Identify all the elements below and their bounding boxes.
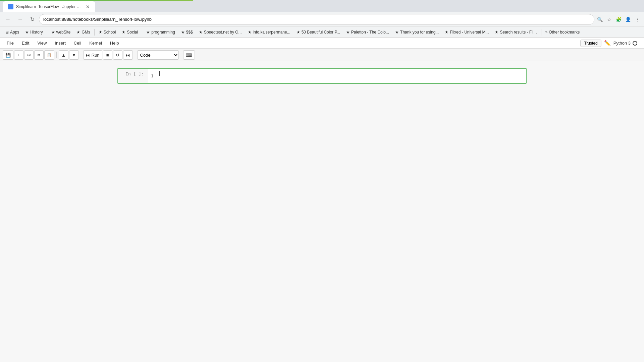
notebook-area: File Edit View Insert Cell Kernel Help T… — [0, 38, 644, 362]
bookmark-apps-label: Apps — [10, 30, 19, 35]
bookmark-kaiser-label: info.kaiserpermane... — [253, 30, 290, 35]
paste-cell-button[interactable]: 📋 — [44, 50, 54, 60]
url-input[interactable] — [43, 17, 590, 22]
nav-right-icons: 🔍 ☆ 🧩 👤 ⋮ — [596, 15, 641, 23]
search-icon[interactable]: 🔍 — [596, 15, 604, 23]
separator-3 — [142, 29, 142, 36]
add-cell-button[interactable]: + — [14, 50, 23, 60]
restart-run-all-button[interactable]: ⏭ — [123, 50, 133, 60]
plus-icon: + — [17, 53, 20, 58]
interrupt-button[interactable]: ■ — [103, 50, 112, 60]
bookmark-other-label: Other bookmarks — [549, 30, 580, 35]
toolbar-separator-3 — [135, 52, 135, 58]
apps-icon: ⊞ — [5, 30, 9, 35]
code-cell-1[interactable]: In [ ]: 1 — [117, 68, 527, 84]
up-arrow-icon: ▲ — [61, 53, 66, 58]
bookmark-history-label: History — [30, 30, 43, 35]
address-bar[interactable] — [39, 14, 594, 25]
jupyter-toolbar: 💾 + ✂ ⧉ 📋 ▲ ▼ ⏭ Run — [0, 49, 644, 61]
bookmark-search-results[interactable]: ★ Search results - Fli... — [492, 29, 539, 35]
run-label: Run — [92, 53, 100, 58]
move-up-button[interactable]: ▲ — [59, 50, 68, 60]
menu-cell[interactable]: Cell — [70, 39, 85, 48]
forward-button[interactable]: → — [15, 14, 25, 25]
bookmark-social[interactable]: ★ Social — [119, 29, 141, 35]
bookmark-kaiser[interactable]: ★ info.kaiserpermane... — [245, 29, 293, 35]
bookmark-programming-label: programming — [151, 30, 175, 35]
menu-kernel[interactable]: Kernel — [85, 39, 106, 48]
cell-type-select[interactable]: Code Markdown Raw NBConvert — [137, 50, 179, 60]
menu-insert[interactable]: Insert — [51, 39, 70, 48]
keyboard-icon: ⌨ — [186, 53, 192, 58]
kernel-indicator: Python 3 — [613, 41, 637, 46]
bookmark-speedtest[interactable]: ★ Speedtest.net by O... — [196, 29, 245, 35]
kernel-label: Python 3 — [613, 41, 631, 46]
bookmark-school-label: School — [104, 30, 116, 35]
back-button[interactable]: ← — [3, 14, 13, 25]
bookmark-website[interactable]: ★ webSite — [49, 29, 73, 35]
bookmark-color[interactable]: ★ 50 Beautiful Color P... — [294, 29, 343, 35]
separator-1 — [47, 29, 47, 36]
keyboard-shortcuts-button[interactable]: ⌨ — [183, 50, 195, 60]
bookmark-apps[interactable]: ⊞ Apps — [3, 29, 22, 35]
run-cell-button[interactable]: ⏭ Run — [83, 50, 102, 60]
menu-view[interactable]: View — [33, 39, 51, 48]
kaiser-icon: ★ — [248, 30, 252, 35]
bookmark-thankyou[interactable]: ★ Thank you for using... — [392, 29, 441, 35]
tab-bar: Simplilearn_TensorFlow - Jupyter Noteboo… — [0, 0, 644, 12]
skip-forward-icon: ⏭ — [86, 53, 90, 58]
profile-icon[interactable]: 👤 — [624, 15, 632, 23]
stop-icon: ■ — [106, 53, 109, 58]
cut-cell-button[interactable]: ✂ — [24, 50, 34, 60]
extensions-icon[interactable]: 🧩 — [614, 15, 623, 23]
money-icon: ★ — [181, 30, 185, 35]
bookmark-star-icon[interactable]: ☆ — [605, 15, 613, 23]
bookmarks-bar: ⊞ Apps ★ History ★ webSite ★ GMs ★ Schoo… — [0, 27, 644, 38]
cell-input-area[interactable]: In [ ]: 1 — [117, 68, 527, 84]
pencil-icon[interactable]: ✏️ — [604, 40, 611, 46]
school-icon: ★ — [99, 30, 102, 35]
paletton-icon: ★ — [346, 30, 350, 35]
programming-icon: ★ — [146, 30, 150, 35]
menu-file[interactable]: File — [3, 39, 18, 48]
bookmark-gms[interactable]: ★ GMs — [74, 29, 93, 35]
down-arrow-icon: ▼ — [72, 53, 76, 58]
restart-run-icon: ⏭ — [126, 53, 130, 58]
bookmark-flixed-label: Flixed - Universal M... — [450, 30, 489, 35]
gms-icon: ★ — [76, 30, 80, 35]
color-icon: ★ — [297, 30, 300, 35]
bookmark-social-label: Social — [127, 30, 138, 35]
kernel-circle-icon — [633, 41, 637, 46]
refresh-button[interactable]: ↻ — [27, 14, 38, 25]
toolbar-separator-4 — [181, 52, 181, 58]
bookmark-color-label: 50 Beautiful Color P... — [302, 30, 340, 35]
menu-help[interactable]: Help — [106, 39, 123, 48]
tab-close-btn[interactable]: ✕ — [86, 4, 90, 9]
speedtest-icon: ★ — [199, 30, 203, 35]
cells-container: In [ ]: 1 — [104, 68, 540, 84]
jupyter-menu-bar: File Edit View Insert Cell Kernel Help T… — [0, 38, 644, 49]
bookmark-flixed[interactable]: ★ Flixed - Universal M... — [442, 29, 491, 35]
menu-edit[interactable]: Edit — [18, 39, 33, 48]
bookmark-school[interactable]: ★ School — [96, 29, 119, 35]
navigation-bar: ← → ↻ 🔍 ☆ 🧩 👤 ⋮ — [0, 12, 644, 27]
bookmark-money-label: $$$ — [186, 30, 193, 35]
cell-code-area[interactable] — [156, 71, 523, 79]
bookmark-other[interactable]: » Other bookmarks — [543, 29, 583, 35]
move-down-button[interactable]: ▼ — [69, 50, 79, 60]
restart-button[interactable]: ↺ — [113, 50, 122, 60]
trusted-badge: Trusted ✏️ Python 3 — [580, 40, 641, 47]
bookmark-history[interactable]: ★ History — [22, 29, 45, 35]
bookmark-paletton[interactable]: ★ Paletton - The Colo... — [343, 29, 392, 35]
settings-icon[interactable]: ⋮ — [633, 15, 641, 23]
active-tab[interactable]: Simplilearn_TensorFlow - Jupyter Noteboo… — [3, 1, 95, 12]
copy-cell-button[interactable]: ⧉ — [34, 50, 44, 60]
cell-prompt-text: In [ ]: — [125, 71, 144, 76]
bookmark-programming[interactable]: ★ programming — [144, 29, 178, 35]
toolbar-separator-2 — [81, 52, 81, 58]
bookmark-money[interactable]: ★ $$$ — [178, 29, 196, 35]
bookmark-speedtest-label: Speedtest.net by O... — [204, 30, 242, 35]
trusted-button[interactable]: Trusted — [580, 40, 601, 47]
bookmark-paletton-label: Paletton - The Colo... — [351, 30, 389, 35]
save-button[interactable]: 💾 — [3, 50, 13, 60]
